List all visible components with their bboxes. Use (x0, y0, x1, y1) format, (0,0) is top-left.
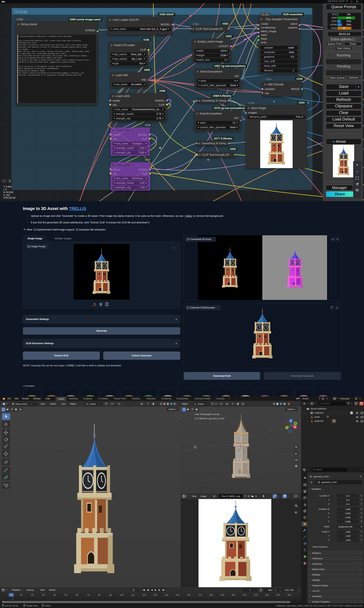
svg-text:Z: Z (290, 420, 291, 422)
svg-text:Y: Y (295, 423, 296, 424)
svg-text:X: X (294, 426, 296, 428)
